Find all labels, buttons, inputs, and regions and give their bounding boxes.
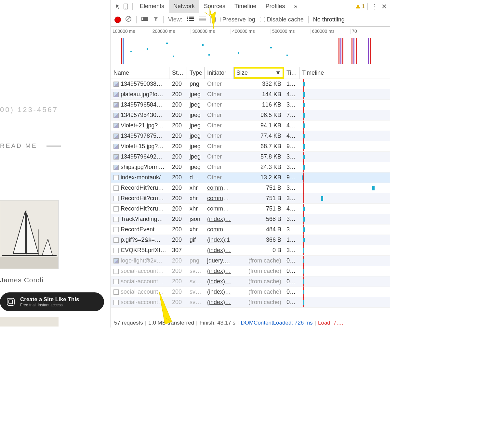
phone-number: 00) 123-4567	[0, 106, 58, 114]
cell-name: Track?landing…	[111, 216, 169, 223]
request-row[interactable]: p.gif?s=2&k=…200gif(index):1366 B16…	[111, 235, 390, 245]
view-list-icon[interactable]	[187, 16, 194, 23]
cell-timeline	[299, 121, 390, 131]
cell-size: (from cache)	[234, 278, 284, 285]
cell-initiator[interactable]: (index)…	[205, 299, 234, 306]
cell-time: 30…	[284, 185, 299, 191]
cell-name: RecordHit?cru…	[111, 205, 169, 212]
col-type[interactable]: Type	[187, 67, 205, 79]
col-status[interactable]: St…	[169, 67, 187, 79]
request-row[interactable]: RecordHit?cru…200xhrcommo…751 B34…	[111, 193, 390, 204]
view-detail-icon[interactable]	[199, 16, 206, 23]
preserve-log-checkbox[interactable]: Preserve log	[215, 16, 255, 23]
filmstrip-icon[interactable]	[141, 16, 148, 23]
request-row[interactable]: ships.jpg?form…200jpegOther24.3 KB37…	[111, 162, 390, 173]
filter-icon[interactable]	[153, 16, 159, 23]
inspect-icon[interactable]	[114, 3, 122, 10]
cell-initiator[interactable]: (index)…	[205, 247, 234, 254]
file-icon	[113, 196, 119, 201]
cell-initiator: Other	[205, 81, 234, 87]
svg-rect-12	[189, 17, 194, 18]
request-row[interactable]: CVQKR5LprfXI…307(index)…0 B3 ms	[111, 245, 390, 256]
svg-rect-1	[7, 298, 14, 305]
disable-cache-checkbox[interactable]: Disable cache	[260, 16, 304, 23]
readme-label[interactable]: READ ME	[0, 142, 37, 149]
network-overview[interactable]: 100000 ms 200000 ms 300000 ms 400000 ms …	[111, 27, 390, 67]
cell-size: 68.7 KB	[234, 143, 284, 150]
request-row[interactable]: RecordHit?cru…200xhrcommo…751 B46…	[111, 204, 390, 214]
request-row[interactable]: RecordEvent200xhrcommo…484 B34…	[111, 224, 390, 235]
kebab-icon[interactable]: ⋮	[370, 3, 378, 10]
col-timeline[interactable]: Timeline	[299, 67, 390, 79]
cell-status: 200	[169, 257, 187, 264]
record-button[interactable]	[115, 17, 121, 23]
request-row[interactable]: social-account…200sv…(index)…(from cache…	[111, 287, 390, 297]
request-row[interactable]: 13495796584…200jpegOther116 KB36…	[111, 100, 390, 110]
request-row[interactable]: RecordHit?cru…200xhrcommo…751 B30…	[111, 183, 390, 193]
request-row[interactable]: plateau.jpg?fo…200jpegOther144 KB43…	[111, 89, 390, 100]
col-initiator[interactable]: Initiator	[205, 67, 234, 79]
request-row[interactable]: 13495750038…200pngOther332 KB11…	[111, 79, 390, 89]
thumbnail-ships[interactable]	[0, 200, 59, 269]
device-icon[interactable]	[122, 3, 130, 10]
warning-badge[interactable]: 1	[355, 3, 365, 10]
tab-more[interactable]: »	[290, 0, 302, 13]
request-row[interactable]: 13495797875…200jpegOther77.4 KB46…	[111, 131, 390, 141]
cell-name: 13495796492…	[111, 153, 169, 160]
request-row[interactable]: social-account…200sv…(index)…(from cache…	[111, 266, 390, 276]
status-bar: 57 requests | 1.0 MB transferred | Finis…	[111, 318, 390, 327]
cta-text: Create a Site Like This Free trial. Inst…	[20, 296, 79, 307]
request-row[interactable]: index-montauk/200do…Other13.2 KB91…	[111, 173, 390, 183]
request-row[interactable]: 13495795430…200jpegOther96.5 KB72…	[111, 110, 390, 121]
cell-name: ships.jpg?form…	[111, 164, 169, 171]
cta-create-site[interactable]: Create a Site Like This Free trial. Inst…	[0, 292, 104, 311]
cell-initiator[interactable]: (index)…	[205, 216, 234, 223]
cell-timeline	[299, 162, 390, 172]
tab-timeline[interactable]: Timeline	[230, 0, 261, 13]
cell-initiator[interactable]: commo…	[205, 185, 234, 191]
cell-initiator[interactable]: commo…	[205, 205, 234, 212]
cell-size: 96.5 KB	[234, 112, 284, 119]
cell-initiator[interactable]: jquery.…	[205, 257, 234, 264]
cell-timeline	[299, 256, 390, 266]
request-row[interactable]: Track?landing…200json(index)…568 B37…	[111, 214, 390, 224]
cell-name: RecordEvent	[111, 226, 169, 233]
cell-time: 46…	[284, 205, 299, 212]
file-icon	[113, 227, 119, 232]
close-icon[interactable]: ✕	[381, 3, 387, 10]
tab-profiles[interactable]: Profiles	[261, 0, 289, 13]
col-size[interactable]: Size▼	[234, 67, 284, 79]
cell-initiator: Other	[205, 91, 234, 98]
tab-elements[interactable]: Elements	[135, 0, 169, 13]
tab-network[interactable]: Network	[169, 0, 199, 13]
cell-initiator[interactable]: (index)…	[205, 268, 234, 275]
cell-initiator[interactable]: commo…	[205, 226, 234, 233]
clear-icon[interactable]	[125, 16, 132, 24]
tab-sources[interactable]: Sources	[199, 0, 230, 13]
cell-initiator[interactable]: (index):1	[205, 237, 234, 243]
cell-status: 200	[169, 174, 187, 181]
cell-initiator: Other	[205, 133, 234, 139]
col-name[interactable]: Name	[111, 67, 169, 79]
request-row[interactable]: Violet+15.jpg?…200jpegOther68.7 KB98…	[111, 141, 390, 152]
tick: 500000 ms	[271, 29, 311, 34]
cell-name: logo-light@2x…	[111, 257, 169, 264]
request-row[interactable]: social-account…200sv…(index)…(from cache…	[111, 297, 390, 308]
request-row[interactable]: logo-light@2x…200pngjquery.…(from cache)…	[111, 256, 390, 266]
request-row[interactable]: social-account…200sv…(index)…(from cache…	[111, 276, 390, 287]
file-icon	[113, 217, 119, 222]
file-icon	[113, 289, 119, 295]
grid-body[interactable]: 13495750038…200pngOther332 KB11…plateau.…	[111, 79, 390, 318]
throttling-select[interactable]: No throttling	[313, 16, 345, 23]
cell-initiator[interactable]: (index)…	[205, 288, 234, 295]
cell-initiator[interactable]: (index)…	[205, 278, 234, 285]
request-row[interactable]: 13495796492…200jpegOther57.8 KB37…	[111, 152, 390, 162]
svg-rect-17	[199, 17, 206, 17]
cell-status: 200	[169, 185, 187, 191]
disable-cache-label: Disable cache	[267, 16, 304, 23]
col-time[interactable]: Ti…	[284, 67, 299, 79]
status-dcl: DOMContentLoaded: 726 ms	[241, 320, 312, 326]
file-icon	[113, 248, 119, 253]
cell-initiator[interactable]: commo…	[205, 195, 234, 202]
request-row[interactable]: Violet+21.jpg?…200jpegOther94.1 KB40…	[111, 121, 390, 131]
